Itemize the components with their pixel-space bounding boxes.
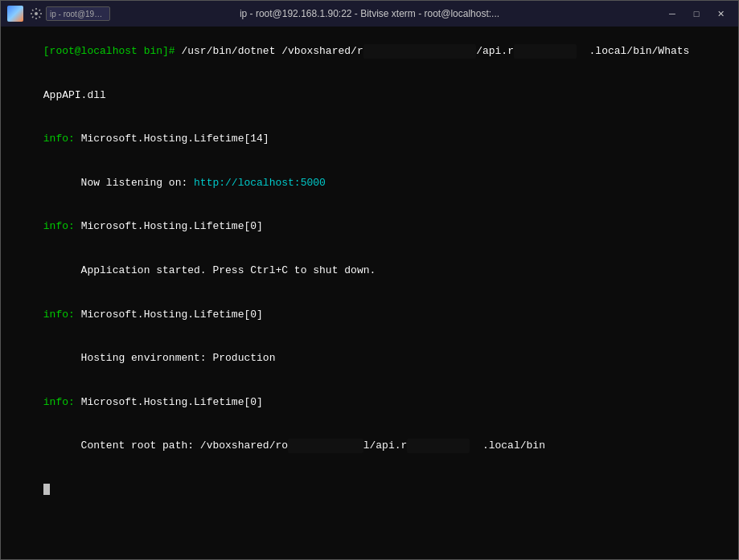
titlebar: ip - root@192.168... ip - root@192.168.1… [1, 1, 738, 27]
bitvise-logo-icon [7, 6, 23, 22]
window-title: ip - root@192.168.1.90:22 - Bitvise xter… [240, 8, 499, 19]
terminal-line-5: info: Microsoft.Hosting.Lifetime[0] [6, 292, 733, 337]
terminal-line-2: Now listening on: http://localhost:5000 [6, 161, 733, 206]
tab-input-icon[interactable]: ip - root@192.168... [70, 6, 86, 22]
terminal-window: ip - root@192.168... ip - root@192.168.1… [0, 0, 739, 560]
terminal-prompt-line2: AppAPI.dll [6, 74, 733, 118]
terminal-cursor-line [6, 468, 733, 513]
settings-icon[interactable] [28, 6, 44, 22]
terminal-body[interactable]: [root@localhost bin]# /usr/bin/dotnet /v… [1, 27, 738, 559]
minimize-button[interactable]: ─ [661, 6, 684, 22]
terminal-line-7: info: Microsoft.Hosting.Lifetime[0] [6, 381, 733, 425]
tab-title: ip - root@192.168... [50, 10, 106, 18]
terminal-line-8: Content root path: /vboxshared/ro l/api.… [6, 424, 733, 468]
terminal-line-1: info: Microsoft.Hosting.Lifetime[14] [6, 117, 733, 161]
terminal-line-4: Application started. Press Ctrl+C to shu… [6, 249, 733, 293]
terminal-prompt-line1: [root@localhost bin]# /usr/bin/dotnet /v… [6, 30, 733, 74]
close-button[interactable]: ✕ [709, 6, 732, 22]
terminal-cursor [43, 484, 50, 495]
svg-point-0 [35, 12, 38, 15]
titlebar-controls: ─ □ ✕ [661, 6, 732, 22]
titlebar-left-icons: ip - root@192.168... [7, 6, 86, 22]
maximize-button[interactable]: □ [685, 6, 708, 22]
terminal-line-6: Hosting environment: Production [6, 337, 733, 381]
terminal-line-3: info: Microsoft.Hosting.Lifetime[0] [6, 205, 733, 249]
bitvise-logo [7, 6, 23, 22]
